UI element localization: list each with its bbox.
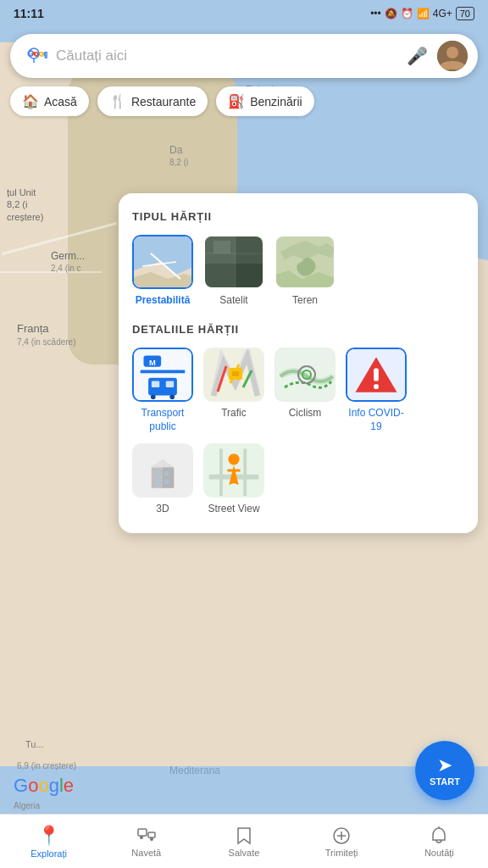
3d-label: 3D (156, 503, 169, 516)
trafic-label: Trafic (221, 407, 247, 420)
svg-point-47 (228, 453, 239, 465)
bottom-navigation: 📍 Explorați Navetă Salvate Trimiteți (0, 814, 488, 868)
mute-icon: 🔕 (385, 8, 397, 19)
svg-point-50 (140, 836, 143, 839)
detail-ciclism[interactable]: Ciclism (274, 348, 336, 433)
restaurant-icon: 🍴 (109, 93, 126, 109)
ciclism-thumb (274, 348, 336, 402)
3d-thumb (132, 443, 193, 498)
map-options-panel: TIPUL HĂRȚII Prestabilită (119, 193, 478, 533)
navigation-arrow-icon: ➤ (437, 754, 452, 776)
svg-rect-13 (236, 264, 264, 289)
map-label-tun: Tu... (25, 739, 44, 749)
nav-trimiteti[interactable]: Trimiteți (316, 826, 367, 858)
map-label-cresters: 6,9 (in creștere) (17, 761, 76, 771)
saved-icon (234, 826, 254, 846)
restaurante-button[interactable]: 🍴 Restaurante (97, 86, 208, 116)
naveta-label: Navetă (131, 848, 161, 858)
quick-actions-bar: 🏠 Acasă 🍴 Restaurante ⛽ Benzinării (10, 86, 314, 116)
ellipsis-icon: ••• (370, 8, 381, 19)
covid-label: Info COVID-19 (346, 407, 407, 433)
map-label-algeria: Algeria (14, 801, 40, 810)
map-type-satelit[interactable]: Satelit (203, 235, 264, 306)
satelit-label: Satelit (219, 294, 247, 306)
search-placeholder: Căutați aici (56, 47, 396, 64)
nav-explorati[interactable]: 📍 Explorați (24, 825, 75, 859)
svg-rect-24 (152, 381, 159, 388)
commute-icon (136, 826, 157, 846)
salvate-label: Salvate (229, 848, 260, 858)
detail-trafic[interactable]: Trafic (203, 348, 264, 433)
detail-covid[interactable]: Info COVID-19 (346, 348, 407, 433)
status-bar: 11:11 ••• 🔕 ⏰ 📶 4G+ 70 (0, 0, 488, 27)
map-label-dan: Da8,2 (i (169, 144, 188, 168)
search-bar[interactable]: Google Google Căutați aici 🎤 (10, 34, 478, 78)
google-maps-logo: Google Google (20, 42, 47, 70)
map-type-title: TIPUL HĂRȚII (132, 210, 464, 223)
map-label-mediterana: Mediterana (169, 765, 220, 776)
benzinarii-button[interactable]: ⛽ Benzinării (216, 86, 313, 116)
user-avatar[interactable] (437, 41, 468, 71)
map-label-germania: Germ...2,4 (in c (51, 250, 85, 274)
teren-label: Teren (292, 294, 318, 306)
map-type-teren[interactable]: Teren (274, 235, 336, 306)
svg-rect-14 (214, 241, 230, 253)
detail-streetview[interactable]: Street View (203, 443, 264, 516)
prestabilita-thumb (132, 235, 193, 289)
svg-rect-40 (164, 471, 169, 476)
svg-rect-42 (164, 480, 169, 485)
nav-noutati[interactable]: Noutăți (413, 826, 464, 858)
svg-point-26 (151, 394, 156, 399)
noutati-label: Noutăți (424, 848, 454, 858)
microphone-icon[interactable]: 🎤 (405, 44, 429, 68)
map-details-grid: M Transportpublic (132, 348, 464, 516)
map-type-prestabilita[interactable]: Prestabilită (132, 235, 193, 306)
svg-point-27 (169, 394, 175, 399)
svg-rect-41 (156, 480, 161, 485)
teren-thumb (274, 235, 336, 289)
network-label: 4G+ (433, 8, 452, 19)
ciclism-label: Ciclism (289, 407, 322, 420)
svg-text:M: M (149, 359, 156, 367)
status-time: 11:11 (14, 7, 44, 20)
svg-rect-39 (156, 471, 161, 476)
covid-thumb (346, 348, 407, 402)
svg-rect-36 (374, 384, 379, 389)
nav-salvate[interactable]: Salvate (219, 826, 269, 858)
svg-point-4 (32, 52, 36, 55)
svg-point-7 (446, 47, 458, 58)
nav-naveta[interactable]: Navetă (121, 826, 172, 858)
battery-icon: 70 (456, 7, 474, 20)
svg-rect-48 (138, 829, 147, 836)
transport-thumb: M (132, 348, 193, 402)
start-label: START (430, 776, 460, 787)
google-brand-text: Google (14, 775, 74, 796)
gas-icon: ⛽ (228, 93, 245, 109)
status-icons: ••• 🔕 ⏰ 📶 4G+ 70 (370, 7, 474, 20)
restaurante-label: Restaurante (131, 95, 196, 108)
svg-rect-35 (374, 368, 379, 381)
map-type-grid: Prestabilită Satelit (132, 235, 464, 306)
detail-3d[interactable]: 3D (132, 443, 193, 516)
news-bell-icon (429, 826, 449, 846)
acasa-button[interactable]: 🏠 Acasă (10, 86, 89, 116)
map-details-title: DETALIILE HĂRȚII (132, 323, 464, 336)
svg-rect-25 (166, 381, 174, 388)
streetview-label: Street View (208, 503, 259, 516)
transport-label: Transportpublic (141, 407, 185, 433)
detail-transport-public[interactable]: M Transportpublic (132, 348, 193, 433)
google-brand: Google (14, 775, 74, 797)
signal-icon: 📶 (417, 8, 430, 19)
svg-point-51 (150, 837, 153, 841)
share-icon (331, 826, 352, 846)
map-label-franta: Franța7,4 (in scădere) (17, 322, 75, 348)
trimiteti-label: Trimiteți (325, 848, 358, 858)
trafic-thumb (203, 348, 264, 402)
start-navigation-button[interactable]: ➤ START (415, 741, 474, 800)
streetview-thumb (203, 443, 264, 498)
home-icon: 🏠 (22, 93, 39, 109)
prestabilita-label: Prestabilită (136, 294, 191, 306)
alarm-icon: ⏰ (401, 8, 413, 19)
svg-rect-49 (148, 832, 155, 837)
map-label-tara-unit: țul Unit8,2 (icreștere) (7, 186, 43, 223)
